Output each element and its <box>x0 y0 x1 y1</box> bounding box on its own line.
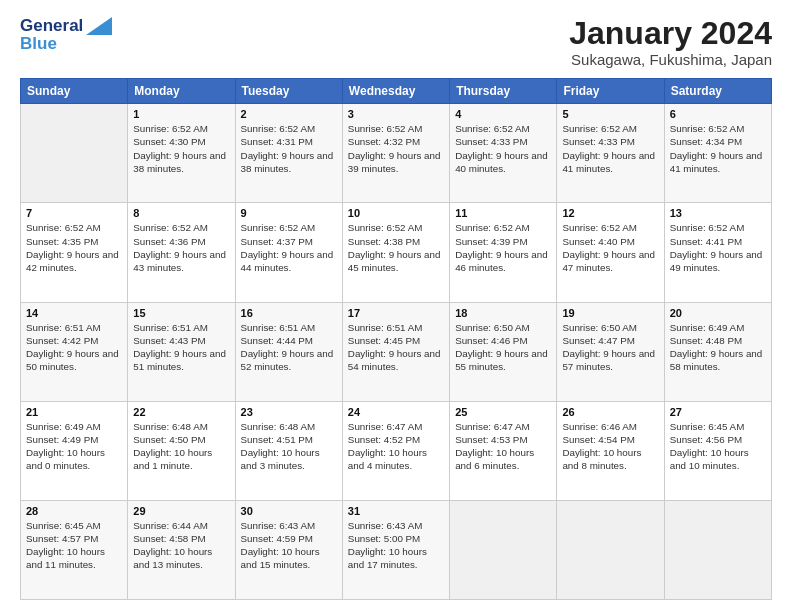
day-cell: 10Sunrise: 6:52 AMSunset: 4:38 PMDayligh… <box>342 203 449 302</box>
day-info: Sunrise: 6:52 AMSunset: 4:41 PMDaylight:… <box>670 221 766 274</box>
day-cell: 21Sunrise: 6:49 AMSunset: 4:49 PMDayligh… <box>21 401 128 500</box>
day-number: 14 <box>26 307 122 319</box>
week-row-5: 28Sunrise: 6:45 AMSunset: 4:57 PMDayligh… <box>21 500 772 599</box>
day-info: Sunrise: 6:50 AMSunset: 4:46 PMDaylight:… <box>455 321 551 374</box>
header: General Blue January 2024 Sukagawa, Fuku… <box>20 16 772 68</box>
day-info: Sunrise: 6:52 AMSunset: 4:39 PMDaylight:… <box>455 221 551 274</box>
day-number: 6 <box>670 108 766 120</box>
day-number: 8 <box>133 207 229 219</box>
day-cell: 8Sunrise: 6:52 AMSunset: 4:36 PMDaylight… <box>128 203 235 302</box>
day-cell: 1Sunrise: 6:52 AMSunset: 4:30 PMDaylight… <box>128 104 235 203</box>
day-cell: 22Sunrise: 6:48 AMSunset: 4:50 PMDayligh… <box>128 401 235 500</box>
day-info: Sunrise: 6:51 AMSunset: 4:45 PMDaylight:… <box>348 321 444 374</box>
day-cell: 5Sunrise: 6:52 AMSunset: 4:33 PMDaylight… <box>557 104 664 203</box>
day-number: 12 <box>562 207 658 219</box>
weekday-row: SundayMondayTuesdayWednesdayThursdayFrid… <box>21 79 772 104</box>
day-info: Sunrise: 6:52 AMSunset: 4:38 PMDaylight:… <box>348 221 444 274</box>
weekday-header-sunday: Sunday <box>21 79 128 104</box>
day-info: Sunrise: 6:47 AMSunset: 4:52 PMDaylight:… <box>348 420 444 473</box>
day-cell: 12Sunrise: 6:52 AMSunset: 4:40 PMDayligh… <box>557 203 664 302</box>
day-cell: 28Sunrise: 6:45 AMSunset: 4:57 PMDayligh… <box>21 500 128 599</box>
day-info: Sunrise: 6:48 AMSunset: 4:50 PMDaylight:… <box>133 420 229 473</box>
day-number: 17 <box>348 307 444 319</box>
day-number: 3 <box>348 108 444 120</box>
day-cell: 13Sunrise: 6:52 AMSunset: 4:41 PMDayligh… <box>664 203 771 302</box>
day-cell <box>21 104 128 203</box>
week-row-3: 14Sunrise: 6:51 AMSunset: 4:42 PMDayligh… <box>21 302 772 401</box>
page: General Blue January 2024 Sukagawa, Fuku… <box>0 0 792 612</box>
day-info: Sunrise: 6:49 AMSunset: 4:49 PMDaylight:… <box>26 420 122 473</box>
weekday-header-monday: Monday <box>128 79 235 104</box>
day-number: 15 <box>133 307 229 319</box>
day-info: Sunrise: 6:49 AMSunset: 4:48 PMDaylight:… <box>670 321 766 374</box>
day-cell: 25Sunrise: 6:47 AMSunset: 4:53 PMDayligh… <box>450 401 557 500</box>
day-info: Sunrise: 6:43 AMSunset: 4:59 PMDaylight:… <box>241 519 337 572</box>
day-info: Sunrise: 6:52 AMSunset: 4:36 PMDaylight:… <box>133 221 229 274</box>
day-cell: 23Sunrise: 6:48 AMSunset: 4:51 PMDayligh… <box>235 401 342 500</box>
day-number: 23 <box>241 406 337 418</box>
day-info: Sunrise: 6:52 AMSunset: 4:40 PMDaylight:… <box>562 221 658 274</box>
weekday-header-wednesday: Wednesday <box>342 79 449 104</box>
day-cell: 17Sunrise: 6:51 AMSunset: 4:45 PMDayligh… <box>342 302 449 401</box>
logo-icon <box>86 17 112 35</box>
day-number: 1 <box>133 108 229 120</box>
day-number: 10 <box>348 207 444 219</box>
day-info: Sunrise: 6:52 AMSunset: 4:35 PMDaylight:… <box>26 221 122 274</box>
day-cell: 3Sunrise: 6:52 AMSunset: 4:32 PMDaylight… <box>342 104 449 203</box>
day-number: 20 <box>670 307 766 319</box>
day-cell: 16Sunrise: 6:51 AMSunset: 4:44 PMDayligh… <box>235 302 342 401</box>
day-info: Sunrise: 6:52 AMSunset: 4:32 PMDaylight:… <box>348 122 444 175</box>
day-info: Sunrise: 6:52 AMSunset: 4:33 PMDaylight:… <box>562 122 658 175</box>
day-number: 5 <box>562 108 658 120</box>
weekday-header-saturday: Saturday <box>664 79 771 104</box>
day-number: 22 <box>133 406 229 418</box>
day-number: 25 <box>455 406 551 418</box>
day-cell: 20Sunrise: 6:49 AMSunset: 4:48 PMDayligh… <box>664 302 771 401</box>
week-row-4: 21Sunrise: 6:49 AMSunset: 4:49 PMDayligh… <box>21 401 772 500</box>
day-cell <box>664 500 771 599</box>
day-cell: 18Sunrise: 6:50 AMSunset: 4:46 PMDayligh… <box>450 302 557 401</box>
day-number: 26 <box>562 406 658 418</box>
day-info: Sunrise: 6:51 AMSunset: 4:43 PMDaylight:… <box>133 321 229 374</box>
day-number: 4 <box>455 108 551 120</box>
day-info: Sunrise: 6:50 AMSunset: 4:47 PMDaylight:… <box>562 321 658 374</box>
day-cell: 11Sunrise: 6:52 AMSunset: 4:39 PMDayligh… <box>450 203 557 302</box>
day-number: 16 <box>241 307 337 319</box>
weekday-header-thursday: Thursday <box>450 79 557 104</box>
day-info: Sunrise: 6:51 AMSunset: 4:44 PMDaylight:… <box>241 321 337 374</box>
day-number: 2 <box>241 108 337 120</box>
day-info: Sunrise: 6:45 AMSunset: 4:56 PMDaylight:… <box>670 420 766 473</box>
day-number: 19 <box>562 307 658 319</box>
day-cell: 19Sunrise: 6:50 AMSunset: 4:47 PMDayligh… <box>557 302 664 401</box>
day-info: Sunrise: 6:51 AMSunset: 4:42 PMDaylight:… <box>26 321 122 374</box>
day-info: Sunrise: 6:52 AMSunset: 4:34 PMDaylight:… <box>670 122 766 175</box>
day-cell: 6Sunrise: 6:52 AMSunset: 4:34 PMDaylight… <box>664 104 771 203</box>
day-number: 9 <box>241 207 337 219</box>
week-row-2: 7Sunrise: 6:52 AMSunset: 4:35 PMDaylight… <box>21 203 772 302</box>
day-info: Sunrise: 6:45 AMSunset: 4:57 PMDaylight:… <box>26 519 122 572</box>
day-info: Sunrise: 6:52 AMSunset: 4:31 PMDaylight:… <box>241 122 337 175</box>
day-number: 27 <box>670 406 766 418</box>
day-info: Sunrise: 6:52 AMSunset: 4:33 PMDaylight:… <box>455 122 551 175</box>
day-number: 7 <box>26 207 122 219</box>
logo-general: General <box>20 16 83 36</box>
day-cell: 7Sunrise: 6:52 AMSunset: 4:35 PMDaylight… <box>21 203 128 302</box>
day-cell: 15Sunrise: 6:51 AMSunset: 4:43 PMDayligh… <box>128 302 235 401</box>
day-number: 28 <box>26 505 122 517</box>
month-title: January 2024 <box>569 16 772 51</box>
day-number: 18 <box>455 307 551 319</box>
day-info: Sunrise: 6:46 AMSunset: 4:54 PMDaylight:… <box>562 420 658 473</box>
calendar-table: SundayMondayTuesdayWednesdayThursdayFrid… <box>20 78 772 600</box>
weekday-header-tuesday: Tuesday <box>235 79 342 104</box>
day-cell <box>557 500 664 599</box>
day-number: 30 <box>241 505 337 517</box>
svg-marker-0 <box>86 17 112 35</box>
day-cell: 24Sunrise: 6:47 AMSunset: 4:52 PMDayligh… <box>342 401 449 500</box>
day-info: Sunrise: 6:47 AMSunset: 4:53 PMDaylight:… <box>455 420 551 473</box>
day-cell: 9Sunrise: 6:52 AMSunset: 4:37 PMDaylight… <box>235 203 342 302</box>
day-cell: 31Sunrise: 6:43 AMSunset: 5:00 PMDayligh… <box>342 500 449 599</box>
day-cell: 26Sunrise: 6:46 AMSunset: 4:54 PMDayligh… <box>557 401 664 500</box>
day-info: Sunrise: 6:44 AMSunset: 4:58 PMDaylight:… <box>133 519 229 572</box>
location: Sukagawa, Fukushima, Japan <box>569 51 772 68</box>
day-cell: 27Sunrise: 6:45 AMSunset: 4:56 PMDayligh… <box>664 401 771 500</box>
